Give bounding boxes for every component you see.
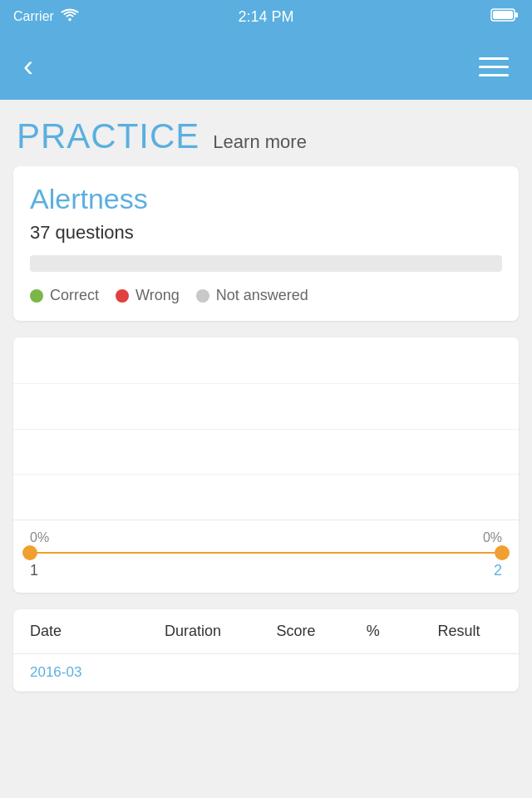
hamburger-menu-button[interactable] xyxy=(472,51,515,83)
svg-rect-3 xyxy=(493,11,513,19)
col-header-duration: Duration xyxy=(133,623,254,640)
range-track xyxy=(30,552,502,554)
status-bar: Carrier 2:14 PM xyxy=(0,0,532,33)
cell-result xyxy=(407,664,510,681)
cell-percent xyxy=(339,664,408,681)
chart-percent-left: 0% xyxy=(30,530,49,545)
col-header-score: Score xyxy=(253,623,338,640)
range-label-left: 1 xyxy=(30,562,38,579)
status-bar-time: 2:14 PM xyxy=(238,8,293,26)
not-answered-label: Not answered xyxy=(216,287,308,304)
nav-bar: ‹ xyxy=(0,33,532,100)
hamburger-line-3 xyxy=(479,74,509,76)
range-slider[interactable] xyxy=(30,550,502,555)
cell-score xyxy=(253,664,338,681)
col-header-result: Result xyxy=(407,623,510,640)
table-header: Date Duration Score % Result xyxy=(13,609,519,654)
page-header: PRACTICE Learn more xyxy=(0,100,532,166)
carrier-label: Carrier xyxy=(13,9,54,24)
legend-correct: Correct xyxy=(30,287,99,304)
table-row: 2016-03 xyxy=(13,654,519,692)
wrong-dot xyxy=(116,289,129,303)
alertness-card: Alertness 37 questions Correct Wrong Not… xyxy=(13,166,519,321)
legend: Correct Wrong Not answered xyxy=(30,287,502,304)
range-thumb-right[interactable] xyxy=(495,545,510,560)
grid-line-2 xyxy=(13,429,519,430)
range-thumb-left[interactable] xyxy=(22,545,37,560)
questions-count: 37 questions xyxy=(30,222,502,244)
chart-percent-row: 0% 0% xyxy=(30,530,502,545)
grid-line-1 xyxy=(13,383,519,384)
hamburger-line-2 xyxy=(479,66,509,68)
hamburger-line-1 xyxy=(479,57,509,60)
alertness-title: Alertness xyxy=(30,183,502,215)
status-bar-left: Carrier xyxy=(13,8,79,25)
legend-not-answered: Not answered xyxy=(196,287,308,304)
col-header-date: Date xyxy=(22,623,133,640)
battery-icon xyxy=(490,7,519,26)
chart-card: 0% 0% 1 2 xyxy=(13,337,519,593)
correct-dot xyxy=(30,289,43,303)
status-bar-right xyxy=(490,7,519,26)
cell-date: 2016-03 xyxy=(22,664,133,681)
learn-more-link[interactable]: Learn more xyxy=(213,131,307,153)
chart-slider-area: 0% 0% 1 2 xyxy=(13,520,519,593)
range-labels: 1 2 xyxy=(30,562,502,579)
chart-percent-right: 0% xyxy=(483,530,502,545)
back-button[interactable]: ‹ xyxy=(17,45,40,88)
grid-line-3 xyxy=(13,474,519,475)
chart-area xyxy=(13,337,519,520)
svg-point-0 xyxy=(68,18,71,22)
range-label-right: 2 xyxy=(494,562,502,579)
correct-label: Correct xyxy=(50,287,99,304)
legend-wrong: Wrong xyxy=(116,287,180,304)
wifi-icon xyxy=(61,8,79,25)
col-header-percent: % xyxy=(339,623,408,640)
table-card: Date Duration Score % Result 2016-03 xyxy=(13,609,519,692)
not-answered-dot xyxy=(196,289,209,303)
page-title: PRACTICE xyxy=(17,116,200,156)
cell-duration xyxy=(133,664,254,681)
svg-rect-2 xyxy=(515,12,518,17)
progress-bar xyxy=(30,255,502,272)
wrong-label: Wrong xyxy=(135,287,180,304)
